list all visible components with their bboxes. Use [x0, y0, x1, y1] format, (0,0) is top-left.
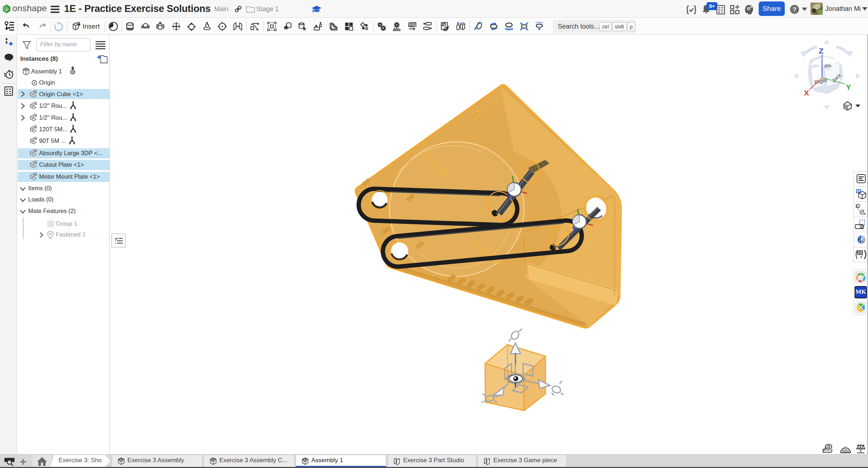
- svg-text:x: x: [860, 254, 863, 259]
- svg-text:?: ?: [793, 6, 796, 13]
- svg-text:Z: Z: [819, 47, 823, 55]
- svg-text:Y: Y: [846, 83, 851, 91]
- svg-text:X: X: [804, 89, 809, 97]
